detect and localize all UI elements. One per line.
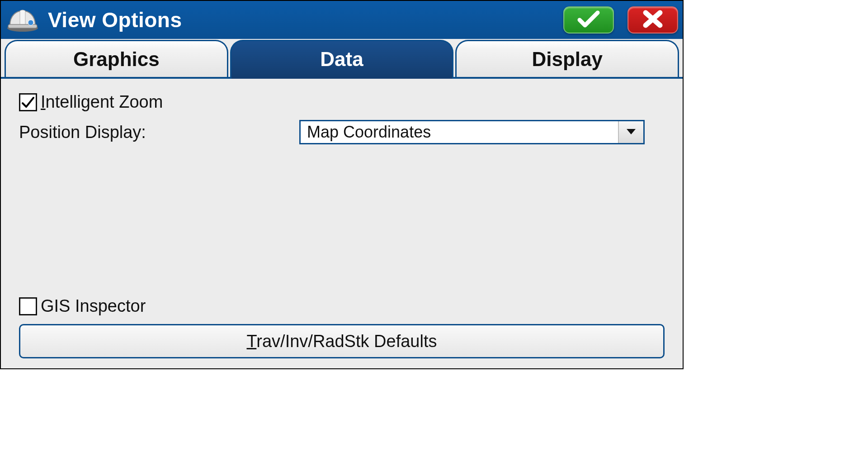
checkmark-icon	[577, 10, 600, 30]
ok-button[interactable]	[563, 6, 614, 33]
svg-point-2	[28, 20, 33, 25]
position-display-label: Position Display:	[19, 123, 299, 142]
checkmark-icon	[21, 95, 35, 110]
gis-inspector-checkbox[interactable]	[19, 297, 37, 315]
position-display-row: Position Display: Map Coordinates	[19, 120, 665, 144]
tab-strip: Graphics Data Display	[1, 40, 683, 79]
bottom-controls: GIS Inspector Trav/Inv/RadStk Defaults	[19, 296, 665, 358]
view-options-window: View Options Graphics Data Display	[0, 0, 684, 369]
tab-content-data: Intelligent Zoom Position Display: Map C…	[1, 79, 683, 368]
window-title: View Options	[48, 8, 555, 32]
trav-inv-radstk-defaults-button[interactable]: Trav/Inv/RadStk Defaults	[19, 324, 665, 358]
intelligent-zoom-checkbox[interactable]	[19, 93, 37, 111]
gis-inspector-row: GIS Inspector	[19, 296, 665, 316]
position-display-value: Map Coordinates	[301, 121, 618, 143]
position-display-select[interactable]: Map Coordinates	[299, 120, 645, 144]
titlebar: View Options	[1, 1, 683, 39]
intelligent-zoom-row: Intelligent Zoom	[19, 92, 665, 112]
intelligent-zoom-label: Intelligent Zoom	[41, 92, 163, 112]
close-icon	[642, 10, 664, 30]
hardhat-icon	[5, 7, 40, 33]
tab-display[interactable]: Display	[455, 40, 679, 77]
cancel-button[interactable]	[627, 6, 678, 33]
gis-inspector-label: GIS Inspector	[41, 296, 146, 316]
tab-data[interactable]: Data	[230, 40, 454, 77]
chevron-down-icon	[618, 121, 643, 143]
tab-graphics[interactable]: Graphics	[5, 40, 228, 77]
svg-rect-1	[8, 24, 37, 28]
